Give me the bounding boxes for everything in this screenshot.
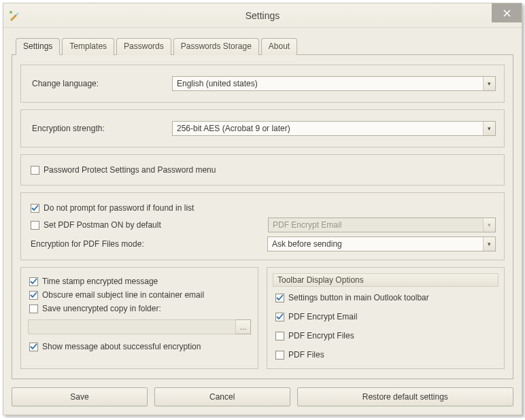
group-toolbar-options: Toolbar Display Options Settings button … bbox=[267, 267, 505, 369]
tb-settings-label: Settings button in main Outlook toolbar bbox=[288, 293, 429, 302]
folder-browse-button[interactable]: … bbox=[236, 319, 251, 334]
files-mode-label: Encryption for PDF Files mode: bbox=[29, 239, 259, 249]
timestamp-checkbox[interactable] bbox=[29, 277, 38, 286]
encryption-select[interactable]: 256-bit AES (Acrobat 9 or later) ▾ bbox=[172, 121, 496, 136]
postman-default-label: Set PDF Postman ON by default bbox=[44, 220, 161, 230]
cancel-button[interactable]: Cancel bbox=[154, 387, 290, 406]
postman-mode-value: PDF Encrypt Email bbox=[269, 220, 483, 230]
files-mode-select[interactable]: Ask before sending ▾ bbox=[267, 237, 496, 251]
show-msg-label: Show message about successful encryption bbox=[42, 342, 201, 351]
obscure-checkbox[interactable] bbox=[29, 291, 38, 300]
restore-defaults-button[interactable]: Restore default settings bbox=[297, 387, 513, 406]
tb-pdf-files-checkbox[interactable] bbox=[275, 351, 284, 360]
tb-encrypt-email-label: PDF Encrypt Email bbox=[288, 312, 357, 321]
timestamp-label: Time stamp encrypted message bbox=[42, 277, 158, 286]
obscure-label: Obscure email subject line in container … bbox=[42, 290, 204, 300]
tab-settings[interactable]: Settings bbox=[16, 38, 60, 55]
group-prompt: Do not prompt for password if found in l… bbox=[20, 192, 505, 260]
files-mode-value: Ask before sending bbox=[268, 239, 483, 249]
titlebar: Settings bbox=[3, 3, 522, 28]
settings-window: Settings Settings Templates Passwords Pa… bbox=[3, 3, 522, 415]
tab-about[interactable]: About bbox=[261, 38, 297, 55]
postman-default-checkbox[interactable] bbox=[31, 221, 39, 230]
tb-pdf-files-label: PDF Files bbox=[288, 350, 324, 360]
postman-mode-select: PDF Encrypt Email ▾ bbox=[268, 217, 496, 232]
language-select[interactable]: English (united states) ▾ bbox=[172, 76, 496, 91]
close-button[interactable] bbox=[492, 3, 522, 22]
window-title: Settings bbox=[3, 10, 522, 21]
toolbar-options-title: Toolbar Display Options bbox=[273, 273, 498, 287]
protect-settings-checkbox[interactable] bbox=[31, 166, 39, 175]
chevron-down-icon: ▾ bbox=[483, 122, 495, 135]
tb-settings-checkbox[interactable] bbox=[275, 294, 284, 302]
tab-passwords[interactable]: Passwords bbox=[116, 38, 171, 55]
save-copy-checkbox[interactable] bbox=[29, 304, 38, 313]
tab-templates[interactable]: Templates bbox=[62, 38, 114, 55]
chevron-down-icon: ▾ bbox=[483, 77, 495, 90]
show-msg-checkbox[interactable] bbox=[29, 343, 38, 351]
tb-encrypt-files-checkbox[interactable] bbox=[275, 332, 284, 340]
language-label: Change language: bbox=[29, 79, 172, 88]
folder-input bbox=[28, 319, 236, 334]
tabstrip: Settings Templates Passwords Passwords S… bbox=[12, 37, 513, 54]
tb-encrypt-files-label: PDF Encrypt Files bbox=[288, 331, 354, 340]
no-prompt-label: Do not prompt for password if found in l… bbox=[44, 203, 194, 213]
group-message-options: Time stamp encrypted message Obscure ema… bbox=[20, 267, 258, 369]
group-language: Change language: English (united states)… bbox=[20, 65, 505, 103]
encryption-label: Encryption strength: bbox=[29, 124, 172, 133]
tab-panel-settings: Change language: English (united states)… bbox=[12, 54, 513, 379]
no-prompt-checkbox[interactable] bbox=[31, 204, 39, 213]
chevron-down-icon: ▾ bbox=[483, 218, 495, 232]
chevron-down-icon: ▾ bbox=[483, 237, 495, 251]
save-button[interactable]: Save bbox=[12, 387, 148, 406]
tab-passwords-storage[interactable]: Passwords Storage bbox=[173, 38, 259, 55]
svg-point-0 bbox=[10, 11, 12, 14]
content-area: Settings Templates Passwords Passwords S… bbox=[3, 28, 522, 415]
button-row: Save Cancel Restore default settings bbox=[12, 387, 513, 406]
app-icon bbox=[9, 10, 20, 21]
encryption-value: 256-bit AES (Acrobat 9 or later) bbox=[173, 124, 483, 133]
tb-encrypt-email-checkbox[interactable] bbox=[275, 313, 284, 321]
group-protect: Password Protect Settings and Password m… bbox=[20, 154, 505, 186]
language-value: English (united states) bbox=[173, 79, 483, 88]
group-encryption: Encryption strength: 256-bit AES (Acroba… bbox=[20, 109, 505, 147]
save-copy-label: Save unencrypted copy in folder: bbox=[42, 304, 161, 313]
protect-settings-label: Password Protect Settings and Password m… bbox=[44, 165, 216, 175]
